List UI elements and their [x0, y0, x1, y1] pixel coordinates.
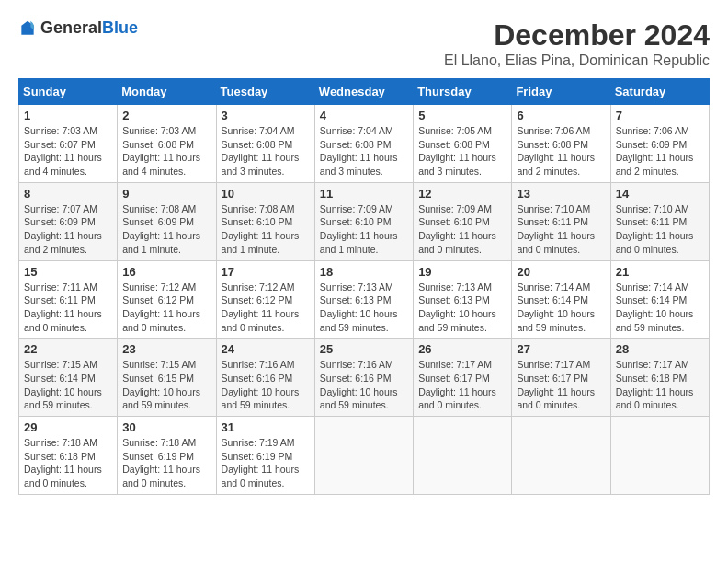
- day-number: 31: [222, 420, 310, 434]
- table-row: 10 Sunrise: 7:08 AM Sunset: 6:10 PM Dayl…: [216, 182, 314, 260]
- table-row: 13 Sunrise: 7:10 AM Sunset: 6:11 PM Dayl…: [512, 182, 610, 260]
- day-info: Sunrise: 7:05 AM Sunset: 6:08 PM Dayligh…: [418, 124, 506, 178]
- day-info: Sunrise: 7:04 AM Sunset: 6:08 PM Dayligh…: [320, 124, 408, 178]
- table-row: 3 Sunrise: 7:04 AM Sunset: 6:08 PM Dayli…: [216, 105, 314, 183]
- day-info: Sunrise: 7:15 AM Sunset: 6:14 PM Dayligh…: [24, 358, 112, 412]
- day-info: Sunrise: 7:09 AM Sunset: 6:10 PM Dayligh…: [320, 202, 408, 257]
- day-info: Sunrise: 7:13 AM Sunset: 6:13 PM Dayligh…: [418, 281, 506, 335]
- day-info: Sunrise: 7:17 AM Sunset: 6:18 PM Dayligh…: [616, 358, 704, 412]
- day-info: Sunrise: 7:03 AM Sunset: 6:08 PM Dayligh…: [122, 124, 210, 178]
- table-row: 4 Sunrise: 7:04 AM Sunset: 6:08 PM Dayli…: [314, 105, 413, 183]
- calendar-week-2: 8 Sunrise: 7:07 AM Sunset: 6:09 PM Dayli…: [19, 182, 710, 260]
- day-info: Sunrise: 7:03 AM Sunset: 6:07 PM Dayligh…: [24, 124, 112, 178]
- table-row: 6 Sunrise: 7:06 AM Sunset: 6:08 PM Dayli…: [512, 105, 610, 183]
- day-number: 9: [122, 187, 210, 201]
- day-info: Sunrise: 7:16 AM Sunset: 6:16 PM Dayligh…: [320, 358, 408, 412]
- day-number: 12: [418, 187, 506, 201]
- day-info: Sunrise: 7:16 AM Sunset: 6:16 PM Dayligh…: [222, 358, 310, 412]
- day-number: 5: [418, 109, 506, 122]
- table-row: 24 Sunrise: 7:16 AM Sunset: 6:16 PM Dayl…: [216, 339, 314, 417]
- day-number: 24: [222, 342, 310, 356]
- day-number: 19: [418, 265, 506, 279]
- day-info: Sunrise: 7:14 AM Sunset: 6:14 PM Dayligh…: [517, 281, 605, 335]
- day-number: 6: [517, 109, 605, 122]
- table-row: 8 Sunrise: 7:07 AM Sunset: 6:09 PM Dayli…: [19, 182, 118, 260]
- table-row: 27 Sunrise: 7:17 AM Sunset: 6:17 PM Dayl…: [512, 339, 610, 417]
- day-number: 16: [122, 265, 210, 279]
- table-row: 25 Sunrise: 7:16 AM Sunset: 6:16 PM Dayl…: [314, 339, 413, 417]
- day-info: Sunrise: 7:10 AM Sunset: 6:11 PM Dayligh…: [616, 202, 704, 257]
- table-row: 15 Sunrise: 7:11 AM Sunset: 6:11 PM Dayl…: [19, 260, 118, 339]
- day-info: Sunrise: 7:09 AM Sunset: 6:10 PM Dayligh…: [418, 202, 506, 257]
- day-number: 20: [517, 265, 605, 279]
- table-row: 18 Sunrise: 7:13 AM Sunset: 6:13 PM Dayl…: [314, 260, 413, 339]
- day-number: 28: [616, 342, 704, 356]
- table-row: 20 Sunrise: 7:14 AM Sunset: 6:14 PM Dayl…: [512, 260, 610, 339]
- day-number: 23: [122, 342, 210, 356]
- day-number: 26: [418, 342, 506, 356]
- day-number: 25: [320, 342, 408, 356]
- day-number: 13: [517, 187, 605, 201]
- logo-icon: [18, 19, 37, 38]
- table-row: 30 Sunrise: 7:18 AM Sunset: 6:19 PM Dayl…: [118, 417, 216, 495]
- day-number: 22: [24, 342, 112, 356]
- day-info: Sunrise: 7:07 AM Sunset: 6:09 PM Dayligh…: [24, 202, 112, 257]
- table-row: 7 Sunrise: 7:06 AM Sunset: 6:09 PM Dayli…: [610, 105, 709, 183]
- table-row: [610, 417, 709, 495]
- day-info: Sunrise: 7:08 AM Sunset: 6:09 PM Dayligh…: [122, 202, 210, 257]
- day-number: 11: [320, 187, 408, 201]
- calendar-table: Sunday Monday Tuesday Wednesday Thursday…: [18, 78, 710, 495]
- table-row: 31 Sunrise: 7:19 AM Sunset: 6:19 PM Dayl…: [216, 417, 314, 495]
- table-row: 12 Sunrise: 7:09 AM Sunset: 6:10 PM Dayl…: [414, 182, 512, 260]
- table-row: [414, 417, 512, 495]
- table-row: 28 Sunrise: 7:17 AM Sunset: 6:18 PM Dayl…: [610, 339, 709, 417]
- day-info: Sunrise: 7:06 AM Sunset: 6:09 PM Dayligh…: [616, 124, 704, 178]
- page-header: GeneralBlue December 2024 El Llano, Elia…: [18, 18, 710, 69]
- table-row: 17 Sunrise: 7:12 AM Sunset: 6:12 PM Dayl…: [216, 260, 314, 339]
- day-info: Sunrise: 7:10 AM Sunset: 6:11 PM Dayligh…: [517, 202, 605, 257]
- header-friday: Friday: [512, 79, 610, 105]
- day-info: Sunrise: 7:08 AM Sunset: 6:10 PM Dayligh…: [222, 202, 310, 257]
- header-monday: Monday: [118, 79, 216, 105]
- month-title: December 2024: [444, 18, 710, 52]
- day-info: Sunrise: 7:18 AM Sunset: 6:19 PM Dayligh…: [122, 436, 210, 490]
- logo-text-general: General: [40, 18, 102, 37]
- day-info: Sunrise: 7:19 AM Sunset: 6:19 PM Dayligh…: [222, 436, 310, 490]
- day-number: 3: [222, 109, 310, 122]
- day-number: 18: [320, 265, 408, 279]
- day-number: 21: [616, 265, 704, 279]
- table-row: 1 Sunrise: 7:03 AM Sunset: 6:07 PM Dayli…: [19, 105, 118, 183]
- table-row: 29 Sunrise: 7:18 AM Sunset: 6:18 PM Dayl…: [19, 417, 118, 495]
- table-row: 19 Sunrise: 7:13 AM Sunset: 6:13 PM Dayl…: [414, 260, 512, 339]
- table-row: [314, 417, 413, 495]
- day-number: 1: [24, 109, 112, 122]
- table-row: 11 Sunrise: 7:09 AM Sunset: 6:10 PM Dayl…: [314, 182, 413, 260]
- day-number: 10: [222, 187, 310, 201]
- day-number: 17: [222, 265, 310, 279]
- day-number: 4: [320, 109, 408, 122]
- day-info: Sunrise: 7:14 AM Sunset: 6:14 PM Dayligh…: [616, 281, 704, 335]
- table-row: 14 Sunrise: 7:10 AM Sunset: 6:11 PM Dayl…: [610, 182, 709, 260]
- table-row: [512, 417, 610, 495]
- day-info: Sunrise: 7:17 AM Sunset: 6:17 PM Dayligh…: [418, 358, 506, 412]
- calendar-week-1: 1 Sunrise: 7:03 AM Sunset: 6:07 PM Dayli…: [19, 105, 710, 183]
- calendar-week-5: 29 Sunrise: 7:18 AM Sunset: 6:18 PM Dayl…: [19, 417, 710, 495]
- header-sunday: Sunday: [19, 79, 118, 105]
- day-info: Sunrise: 7:12 AM Sunset: 6:12 PM Dayligh…: [122, 281, 210, 335]
- header-tuesday: Tuesday: [216, 79, 314, 105]
- day-info: Sunrise: 7:18 AM Sunset: 6:18 PM Dayligh…: [24, 436, 112, 490]
- day-number: 30: [122, 420, 210, 434]
- day-number: 2: [122, 109, 210, 122]
- table-row: 21 Sunrise: 7:14 AM Sunset: 6:14 PM Dayl…: [610, 260, 709, 339]
- table-row: 9 Sunrise: 7:08 AM Sunset: 6:09 PM Dayli…: [118, 182, 216, 260]
- day-info: Sunrise: 7:17 AM Sunset: 6:17 PM Dayligh…: [517, 358, 605, 412]
- day-number: 29: [24, 420, 112, 434]
- day-info: Sunrise: 7:12 AM Sunset: 6:12 PM Dayligh…: [222, 281, 310, 335]
- table-row: 22 Sunrise: 7:15 AM Sunset: 6:14 PM Dayl…: [19, 339, 118, 417]
- calendar-header-row: Sunday Monday Tuesday Wednesday Thursday…: [19, 79, 710, 105]
- day-number: 15: [24, 265, 112, 279]
- day-info: Sunrise: 7:13 AM Sunset: 6:13 PM Dayligh…: [320, 281, 408, 335]
- day-info: Sunrise: 7:15 AM Sunset: 6:15 PM Dayligh…: [122, 358, 210, 412]
- day-info: Sunrise: 7:06 AM Sunset: 6:08 PM Dayligh…: [517, 124, 605, 178]
- day-info: Sunrise: 7:11 AM Sunset: 6:11 PM Dayligh…: [24, 281, 112, 335]
